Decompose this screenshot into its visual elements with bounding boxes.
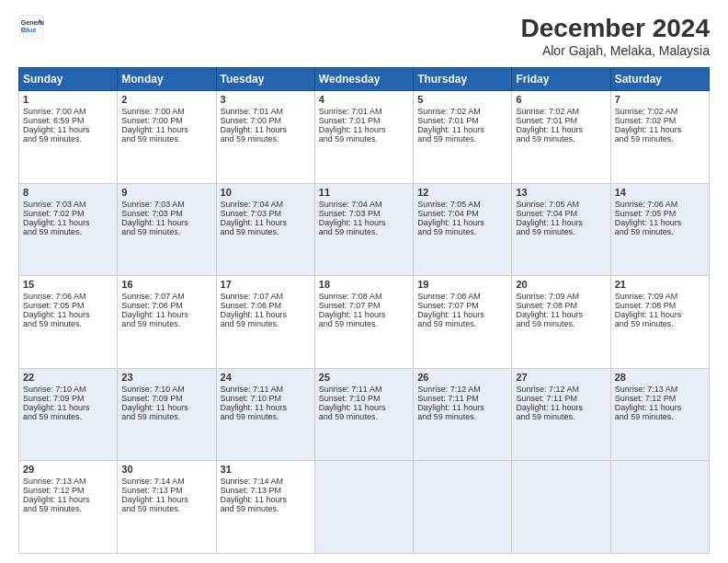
sunrise-text: Sunrise: 7:13 AM bbox=[615, 385, 678, 394]
sunrise-text: Sunrise: 7:08 AM bbox=[319, 292, 382, 301]
calendar-cell: 7 Sunrise: 7:02 AM Sunset: 7:02 PM Dayli… bbox=[610, 91, 709, 184]
daylight-minutes: and 59 minutes. bbox=[221, 504, 279, 513]
day-number: 24 bbox=[221, 372, 311, 383]
sunset-text: Sunset: 7:00 PM bbox=[121, 116, 183, 125]
daylight-minutes: and 59 minutes. bbox=[23, 412, 82, 421]
daylight-text: Daylight: 11 hours bbox=[221, 495, 288, 504]
day-number: 31 bbox=[221, 464, 311, 475]
header-row: Sunday Monday Tuesday Wednesday Thursday… bbox=[19, 68, 710, 91]
daylight-text: Daylight: 11 hours bbox=[615, 403, 682, 412]
sunrise-text: Sunrise: 7:02 AM bbox=[417, 107, 481, 116]
calendar-cell: 24 Sunrise: 7:11 AM Sunset: 7:10 PM Dayl… bbox=[216, 368, 314, 461]
day-number: 19 bbox=[417, 279, 507, 290]
daylight-minutes: and 59 minutes. bbox=[615, 412, 674, 421]
daylight-minutes: and 59 minutes. bbox=[516, 134, 574, 144]
day-number: 15 bbox=[23, 279, 113, 290]
daylight-minutes: and 59 minutes. bbox=[23, 227, 82, 236]
col-wednesday: Wednesday bbox=[314, 68, 413, 91]
sunrise-text: Sunrise: 7:02 AM bbox=[615, 107, 678, 116]
sunset-text: Sunset: 7:01 PM bbox=[516, 116, 577, 125]
sunset-text: Sunset: 7:08 PM bbox=[615, 301, 677, 310]
day-number: 22 bbox=[23, 372, 113, 383]
calendar-week-3: 15 Sunrise: 7:06 AM Sunset: 7:05 PM Dayl… bbox=[19, 276, 710, 369]
calendar-cell: 22 Sunrise: 7:10 AM Sunset: 7:09 PM Dayl… bbox=[19, 368, 118, 461]
daylight-minutes: and 59 minutes. bbox=[615, 227, 674, 236]
calendar: Sunday Monday Tuesday Wednesday Thursday… bbox=[18, 67, 710, 554]
calendar-cell: 30 Sunrise: 7:14 AM Sunset: 7:13 PM Dayl… bbox=[118, 461, 216, 554]
day-number: 4 bbox=[319, 94, 409, 105]
sunrise-text: Sunrise: 7:09 AM bbox=[516, 292, 579, 301]
sunrise-text: Sunrise: 7:11 AM bbox=[221, 385, 284, 394]
sunrise-text: Sunrise: 7:00 AM bbox=[121, 107, 185, 116]
day-number: 16 bbox=[121, 279, 211, 290]
sunset-text: Sunset: 7:01 PM bbox=[319, 116, 381, 125]
day-number: 8 bbox=[23, 187, 113, 198]
sunrise-text: Sunrise: 7:04 AM bbox=[221, 200, 284, 209]
sunset-text: Sunset: 7:12 PM bbox=[23, 486, 85, 495]
daylight-minutes: and 59 minutes. bbox=[615, 134, 674, 144]
calendar-cell: 18 Sunrise: 7:08 AM Sunset: 7:07 PM Dayl… bbox=[314, 276, 413, 369]
sunset-text: Sunset: 7:03 PM bbox=[221, 209, 282, 218]
subtitle: Alor Gajah, Melaka, Malaysia bbox=[521, 43, 710, 58]
daylight-text: Daylight: 11 hours bbox=[615, 125, 682, 134]
calendar-cell bbox=[414, 461, 512, 554]
calendar-header: Sunday Monday Tuesday Wednesday Thursday… bbox=[19, 68, 710, 91]
calendar-cell bbox=[610, 461, 709, 554]
col-saturday: Saturday bbox=[610, 68, 709, 91]
sunrise-text: Sunrise: 7:14 AM bbox=[121, 477, 185, 486]
daylight-text: Daylight: 11 hours bbox=[417, 125, 484, 134]
daylight-text: Daylight: 11 hours bbox=[516, 218, 583, 227]
daylight-minutes: and 59 minutes. bbox=[417, 319, 476, 328]
sunrise-text: Sunrise: 7:03 AM bbox=[121, 200, 185, 209]
day-number: 5 bbox=[417, 94, 507, 105]
sunset-text: Sunset: 7:05 PM bbox=[615, 209, 677, 218]
calendar-week-1: 1 Sunrise: 7:00 AM Sunset: 6:59 PM Dayli… bbox=[19, 91, 710, 184]
sunrise-text: Sunrise: 7:10 AM bbox=[23, 385, 86, 394]
sunset-text: Sunset: 7:13 PM bbox=[121, 486, 183, 495]
page: General Blue December 2024 Alor Gajah, M… bbox=[0, 0, 728, 563]
daylight-text: Daylight: 11 hours bbox=[516, 403, 583, 412]
calendar-cell: 12 Sunrise: 7:05 AM Sunset: 7:04 PM Dayl… bbox=[414, 183, 512, 276]
daylight-text: Daylight: 11 hours bbox=[319, 403, 386, 412]
sunset-text: Sunset: 7:09 PM bbox=[23, 394, 85, 403]
sunrise-text: Sunrise: 7:10 AM bbox=[121, 385, 185, 394]
day-number: 7 bbox=[615, 94, 705, 105]
calendar-cell: 28 Sunrise: 7:13 AM Sunset: 7:12 PM Dayl… bbox=[610, 368, 709, 461]
day-number: 11 bbox=[319, 187, 409, 198]
sunrise-text: Sunrise: 7:13 AM bbox=[23, 477, 86, 486]
sunrise-text: Sunrise: 7:01 AM bbox=[319, 107, 382, 116]
sunrise-text: Sunrise: 7:00 AM bbox=[23, 107, 86, 116]
sunset-text: Sunset: 7:10 PM bbox=[221, 394, 282, 403]
daylight-minutes: and 59 minutes. bbox=[23, 134, 82, 144]
sunset-text: Sunset: 7:07 PM bbox=[417, 301, 479, 310]
sunrise-text: Sunrise: 7:03 AM bbox=[23, 200, 86, 209]
sunset-text: Sunset: 7:01 PM bbox=[417, 116, 479, 125]
calendar-week-4: 22 Sunrise: 7:10 AM Sunset: 7:09 PM Dayl… bbox=[19, 368, 710, 461]
sunrise-text: Sunrise: 7:07 AM bbox=[221, 292, 284, 301]
calendar-cell: 4 Sunrise: 7:01 AM Sunset: 7:01 PM Dayli… bbox=[314, 91, 413, 184]
day-number: 10 bbox=[221, 187, 311, 198]
sunset-text: Sunset: 7:04 PM bbox=[417, 209, 479, 218]
daylight-text: Daylight: 11 hours bbox=[615, 310, 682, 319]
daylight-text: Daylight: 11 hours bbox=[221, 125, 288, 134]
calendar-cell: 9 Sunrise: 7:03 AM Sunset: 7:03 PM Dayli… bbox=[118, 183, 216, 276]
daylight-minutes: and 59 minutes. bbox=[221, 319, 279, 328]
calendar-cell: 10 Sunrise: 7:04 AM Sunset: 7:03 PM Dayl… bbox=[216, 183, 314, 276]
logo: General Blue bbox=[18, 14, 44, 40]
calendar-cell bbox=[314, 461, 413, 554]
daylight-text: Daylight: 11 hours bbox=[319, 310, 386, 319]
day-number: 2 bbox=[121, 94, 211, 105]
daylight-text: Daylight: 11 hours bbox=[23, 125, 90, 134]
day-number: 20 bbox=[516, 279, 606, 290]
day-number: 12 bbox=[417, 187, 507, 198]
sunrise-text: Sunrise: 7:07 AM bbox=[121, 292, 185, 301]
sunrise-text: Sunrise: 7:11 AM bbox=[319, 385, 382, 394]
daylight-text: Daylight: 11 hours bbox=[417, 218, 484, 227]
daylight-text: Daylight: 11 hours bbox=[221, 218, 288, 227]
calendar-cell: 5 Sunrise: 7:02 AM Sunset: 7:01 PM Dayli… bbox=[414, 91, 512, 184]
sunrise-text: Sunrise: 7:08 AM bbox=[417, 292, 481, 301]
sunrise-text: Sunrise: 7:04 AM bbox=[319, 200, 382, 209]
daylight-minutes: and 59 minutes. bbox=[221, 227, 279, 236]
calendar-cell: 21 Sunrise: 7:09 AM Sunset: 7:08 PM Dayl… bbox=[610, 276, 709, 369]
daylight-minutes: and 59 minutes. bbox=[417, 227, 476, 236]
